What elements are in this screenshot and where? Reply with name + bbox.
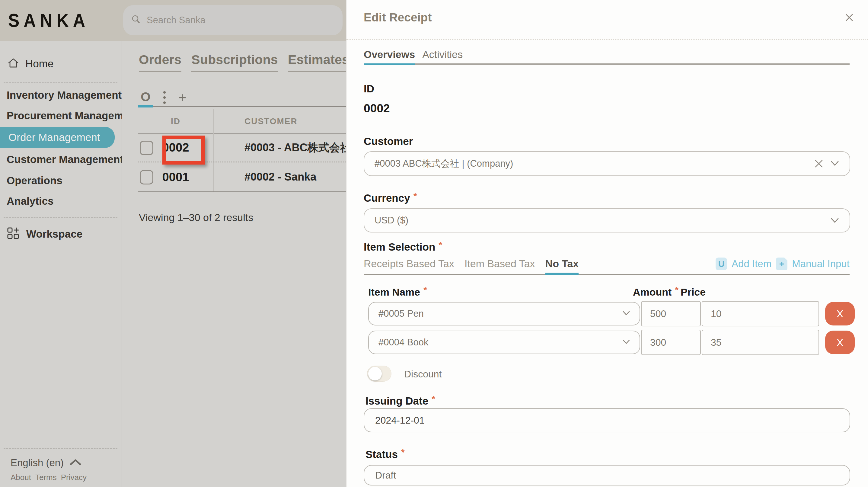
terms-link[interactable]: Terms xyxy=(35,473,57,482)
status-label: Status* xyxy=(366,448,405,461)
app-root: SANKA Home Inventory Management xyxy=(0,0,868,487)
item-name-header: Item Name* xyxy=(368,285,427,298)
cell-id[interactable]: 0002 xyxy=(138,133,213,161)
sidebar-item-analytics[interactable]: Analytics xyxy=(7,193,54,209)
sidebar-divider xyxy=(4,83,117,83)
discount-label: Discount xyxy=(404,367,442,381)
tab-estimates[interactable]: Estimates xyxy=(288,52,346,71)
order-tabs: Orders Subscriptions Estimates xyxy=(139,52,346,71)
clear-icon[interactable] xyxy=(814,159,823,168)
item-select-value: #0005 Pen xyxy=(369,303,640,325)
customer-select[interactable]: #0003 ABC株式会社 | (Company) xyxy=(364,151,850,176)
chevron-down-icon[interactable] xyxy=(622,310,630,317)
chevron-down-icon[interactable] xyxy=(830,160,839,168)
chevron-down-icon[interactable] xyxy=(830,217,839,225)
chevron-down-icon[interactable] xyxy=(622,339,630,346)
about-link[interactable]: About xyxy=(10,473,31,482)
sidebar-item-inventory-management[interactable]: Inventory Management xyxy=(7,88,122,103)
footer-links: About Terms Privacy xyxy=(10,472,87,483)
toggle-knob xyxy=(368,367,382,381)
item-select-value: #0004 Book xyxy=(369,331,640,354)
customer-label: Customer xyxy=(364,135,413,148)
tab-no-tax[interactable]: No Tax xyxy=(546,258,579,274)
edit-receipt-panel: Edit Receipt Overviews Activities ID 000… xyxy=(346,0,868,487)
sidebar-item-customer-management[interactable]: Customer Management xyxy=(7,152,122,167)
sidebar-item-operations[interactable]: Operations xyxy=(7,173,62,188)
search-input[interactable] xyxy=(146,14,316,26)
sidebar-item-home[interactable]: Home xyxy=(7,57,54,71)
manual-input-button[interactable]: Manual Input xyxy=(792,258,849,270)
tab-subscriptions[interactable]: Subscriptions xyxy=(191,52,278,71)
discount-toggle[interactable] xyxy=(367,366,392,382)
privacy-link[interactable]: Privacy xyxy=(61,473,87,482)
sidebar-item-label: Home xyxy=(25,58,54,70)
add-item-button[interactable]: Add Item xyxy=(732,258,771,270)
brand-logo: SANKA xyxy=(8,7,89,34)
required-marker: * xyxy=(438,240,442,250)
view-toolbar: O + xyxy=(138,89,346,107)
tab-receipts-based-tax[interactable]: Receipts Based Tax xyxy=(364,258,454,274)
cell-id[interactable]: 0001 xyxy=(138,162,213,191)
kebab-menu-icon[interactable] xyxy=(161,89,167,106)
item-select[interactable]: #0004 Book xyxy=(368,331,640,354)
required-marker: * xyxy=(424,285,427,295)
sidebar-item-workspace[interactable]: Workspace xyxy=(7,225,83,242)
cell-customer[interactable]: #0003 - ABC株式会社 xyxy=(245,133,346,161)
column-header-id[interactable]: ID xyxy=(138,109,213,133)
close-icon[interactable] xyxy=(843,11,855,24)
amount-input[interactable] xyxy=(641,301,701,326)
customer-select-value: #0003 ABC株式会社 | (Company) xyxy=(364,152,849,175)
sidebar: Home Inventory Management Procurement Ma… xyxy=(0,41,122,487)
column-header-customer[interactable]: CUSTOMER xyxy=(245,109,298,133)
house-icon xyxy=(7,57,19,70)
panel-title: Edit Receipt xyxy=(364,8,432,27)
cell-customer[interactable]: #0002 - Sanka xyxy=(245,162,316,191)
sidebar-item-procurement-management[interactable]: Procurement Management xyxy=(7,108,122,123)
tab-overviews[interactable]: Overviews xyxy=(364,49,415,63)
global-search[interactable] xyxy=(123,5,343,35)
price-input[interactable] xyxy=(702,301,819,326)
currency-select-value: USD ($) xyxy=(364,209,849,232)
results-count: Viewing 1–30 of 2 results xyxy=(139,210,253,225)
issuing-date-label: Issuing Date* xyxy=(366,394,435,407)
price-header: Price xyxy=(681,285,706,298)
language-selector[interactable]: English (en) xyxy=(10,455,82,471)
table-row[interactable]: 0002 #0003 - ABC株式会社 xyxy=(138,133,346,162)
tab-item-based-tax[interactable]: Item Based Tax xyxy=(464,258,535,274)
top-bar: SANKA xyxy=(0,0,346,41)
required-marker: * xyxy=(413,191,417,201)
status-input[interactable] xyxy=(364,465,850,486)
required-marker: * xyxy=(432,394,435,404)
panel-header-divider xyxy=(346,39,868,40)
sidebar-item-label: Workspace xyxy=(26,228,83,240)
currency-label: Currency* xyxy=(364,191,417,205)
currency-select[interactable]: USD ($) xyxy=(364,208,850,233)
id-value: 0002 xyxy=(364,101,390,115)
tab-activities[interactable]: Activities xyxy=(422,49,463,63)
sidebar-item-order-management-active[interactable]: Order Management xyxy=(0,127,115,148)
add-view-button[interactable]: + xyxy=(178,90,187,105)
chevron-up-icon xyxy=(69,458,82,468)
tab-orders[interactable]: Orders xyxy=(139,52,181,71)
remove-item-button[interactable]: X xyxy=(825,331,855,354)
table-row[interactable]: 0001 #0002 - Sanka xyxy=(138,162,346,192)
language-label: English (en) xyxy=(10,457,64,468)
item-actions: U Add Item + Manual Input xyxy=(716,257,849,270)
main-content: Orders Subscriptions Estimates O + ID CU… xyxy=(122,41,346,487)
amount-header: Amount* xyxy=(633,285,679,298)
sidebar-divider xyxy=(4,217,117,218)
issuing-date-input[interactable] xyxy=(364,408,850,432)
price-input[interactable] xyxy=(702,330,819,355)
search-icon xyxy=(131,14,141,26)
view-tab-o[interactable]: O xyxy=(138,89,153,106)
workspace-grid-plus-icon xyxy=(7,227,20,241)
remove-item-button[interactable]: X xyxy=(825,302,855,326)
item-select[interactable]: #0005 Pen xyxy=(368,302,640,326)
amount-input[interactable] xyxy=(641,330,701,355)
tax-mode-tabs: Receipts Based Tax Item Based Tax No Tax… xyxy=(364,250,849,275)
required-marker: * xyxy=(675,285,679,295)
panel-tabs: Overviews Activities xyxy=(364,47,849,65)
sidebar-divider xyxy=(4,448,117,449)
bag-icon: U xyxy=(716,257,727,270)
table-header-row: ID CUSTOMER xyxy=(138,109,346,134)
